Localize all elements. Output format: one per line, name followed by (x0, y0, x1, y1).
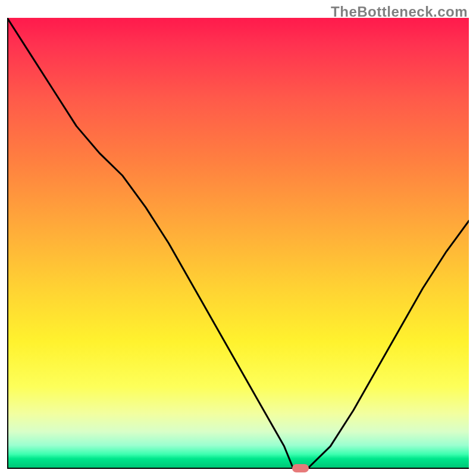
plot-area (7, 18, 469, 469)
bottleneck-chart: TheBottleneck.com (0, 0, 476, 476)
optimal-marker (292, 464, 309, 472)
